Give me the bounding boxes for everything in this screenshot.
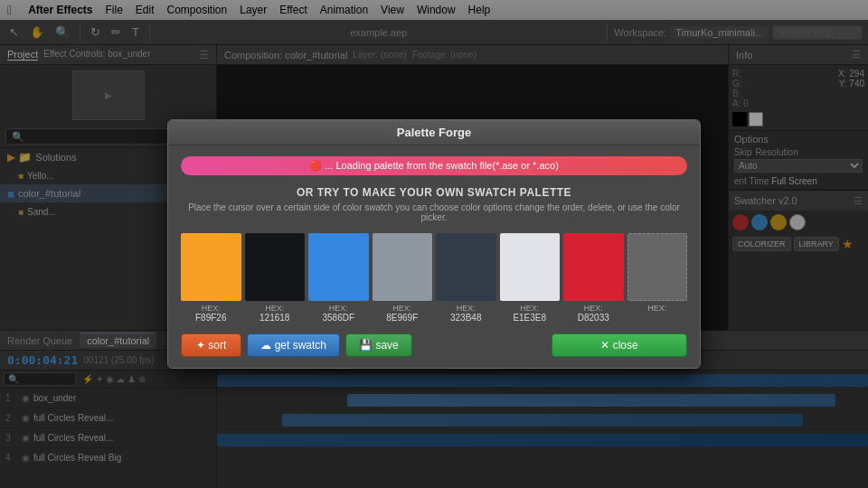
swatch-item-5: HEX: E1E3E8 [500, 233, 561, 323]
swatch-prompt-title: OR TRY TO MAKE YOUR OWN SWATCH PALETTE [181, 186, 687, 199]
swatch-item-4: HEX: 323B48 [436, 233, 496, 323]
swatch-block-gray[interactable] [373, 233, 433, 301]
swatch-item-1: HEX: 121618 [245, 233, 306, 323]
close-button[interactable]: ✕ close [552, 333, 687, 357]
palette-forge-dialog: Palette Forge 🔴 ... Loading palette from… [167, 119, 701, 369]
dialog-title-bar: Palette Forge [168, 120, 700, 145]
swatch-block-black[interactable] [245, 233, 306, 301]
get-swatch-button[interactable]: ☁ get swatch [247, 333, 340, 357]
swatch-hex-2: 3586DF [322, 313, 354, 323]
dialog-buttons-row: ✦ sort ☁ get swatch 💾 save ✕ close [181, 333, 687, 357]
swatch-hex-0: F89F26 [195, 313, 226, 323]
swatch-item-6: HEX: D82033 [563, 233, 624, 323]
dialog-overlay: Palette Forge 🔴 ... Loading palette from… [0, 0, 868, 488]
swatch-hex-1: 121618 [259, 313, 289, 323]
swatch-block-orange[interactable] [181, 233, 241, 301]
swatch-item-2: HEX: 3586DF [308, 233, 369, 323]
dialog-body: 🔴 ... Loading palette from the swatch fi… [168, 145, 700, 368]
swatch-block-darkblue[interactable] [436, 233, 496, 301]
swatch-block-red[interactable] [563, 233, 624, 301]
swatch-block-empty[interactable] [627, 233, 688, 301]
save-button[interactable]: 💾 save [345, 333, 412, 357]
swatch-item-7: HEX: [627, 233, 688, 323]
loading-bar[interactable]: 🔴 ... Loading palette from the swatch fi… [181, 156, 687, 175]
swatch-hex-3: 8E969F [386, 313, 418, 323]
swatch-hex-4: 323B48 [450, 313, 481, 323]
sort-button[interactable]: ✦ sort [181, 333, 241, 357]
swatch-item-0: HEX: F89F26 [181, 233, 241, 323]
swatches-row: HEX: F89F26 HEX: 121618 HEX: 3586DF HEX:… [181, 233, 687, 323]
swatch-hex-5: E1E3E8 [513, 313, 546, 323]
swatch-block-lightgray[interactable] [500, 233, 561, 301]
dialog-title: Palette Forge [397, 126, 471, 139]
swatch-item-3: HEX: 8E969F [373, 233, 433, 323]
swatch-prompt-desc: Place the cursor over a certain side of … [181, 202, 687, 222]
swatch-block-blue[interactable] [308, 233, 369, 301]
swatch-hex-6: D82033 [578, 313, 609, 323]
